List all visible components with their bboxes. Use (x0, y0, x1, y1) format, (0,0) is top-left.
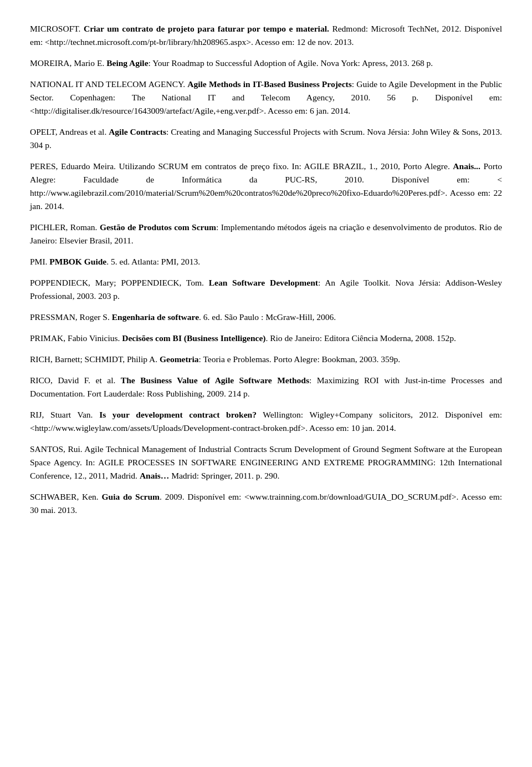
reference-entry-rico: RICO, David F. et al. The Business Value… (30, 374, 502, 400)
reference-text-primak: PRIMAK, Fabio Vinicius. Decisões com BI … (30, 332, 502, 345)
reference-text-opelt: OPELT, Andreas et al. Agile Contracts: C… (30, 125, 502, 152)
reference-entry-moreira: MOREIRA, Mario E. Being Agile: Your Road… (30, 57, 502, 70)
reference-entry-rich: RICH, Barnett; SCHMIDT, Philip A. Geomet… (30, 353, 502, 366)
reference-entry-poppendieck: POPPENDIECK, Mary; POPPENDIECK, Tom. Lea… (30, 276, 502, 303)
reference-entry-opelt: OPELT, Andreas et al. Agile Contracts: C… (30, 125, 502, 152)
reference-text-national: NATIONAL IT AND TELECOM AGENCY. Agile Me… (30, 78, 502, 118)
reference-entry-rij: RIJ, Stuart Van. Is your development con… (30, 408, 502, 435)
reference-text-pressman: PRESSMAN, Roger S. Engenharia de softwar… (30, 311, 502, 324)
reference-text-microsoft: MICROSOFT. Criar um contrato de projeto … (30, 22, 502, 49)
reference-entry-pressman: PRESSMAN, Roger S. Engenharia de softwar… (30, 311, 502, 324)
reference-entry-schwaber: SCHWABER, Ken. Guia do Scrum. 2009. Disp… (30, 490, 502, 517)
reference-text-rij: RIJ, Stuart Van. Is your development con… (30, 408, 502, 435)
reference-text-poppendieck: POPPENDIECK, Mary; POPPENDIECK, Tom. Lea… (30, 276, 502, 303)
references-list: MICROSOFT. Criar um contrato de projeto … (30, 22, 502, 517)
reference-text-pmi: PMI. PMBOK Guide. 5. ed. Atlanta: PMI, 2… (30, 255, 502, 268)
reference-entry-pichler: PICHLER, Roman. Gestão de Produtos com S… (30, 221, 502, 247)
reference-entry-santos: SANTOS, Rui. Agile Technical Management … (30, 443, 502, 482)
reference-text-moreira: MOREIRA, Mario E. Being Agile: Your Road… (30, 57, 502, 70)
reference-text-santos: SANTOS, Rui. Agile Technical Management … (30, 443, 502, 482)
reference-text-peres: PERES, Eduardo Meira. Utilizando SCRUM e… (30, 160, 502, 213)
reference-entry-primak: PRIMAK, Fabio Vinicius. Decisões com BI … (30, 332, 502, 345)
reference-entry-national: NATIONAL IT AND TELECOM AGENCY. Agile Me… (30, 78, 502, 118)
reference-text-rich: RICH, Barnett; SCHMIDT, Philip A. Geomet… (30, 353, 502, 366)
reference-entry-microsoft: MICROSOFT. Criar um contrato de projeto … (30, 22, 502, 49)
reference-entry-pmi: PMI. PMBOK Guide. 5. ed. Atlanta: PMI, 2… (30, 255, 502, 268)
reference-text-pichler: PICHLER, Roman. Gestão de Produtos com S… (30, 221, 502, 247)
reference-text-rico: RICO, David F. et al. The Business Value… (30, 374, 502, 400)
reference-text-schwaber: SCHWABER, Ken. Guia do Scrum. 2009. Disp… (30, 490, 502, 517)
reference-entry-peres: PERES, Eduardo Meira. Utilizando SCRUM e… (30, 160, 502, 213)
